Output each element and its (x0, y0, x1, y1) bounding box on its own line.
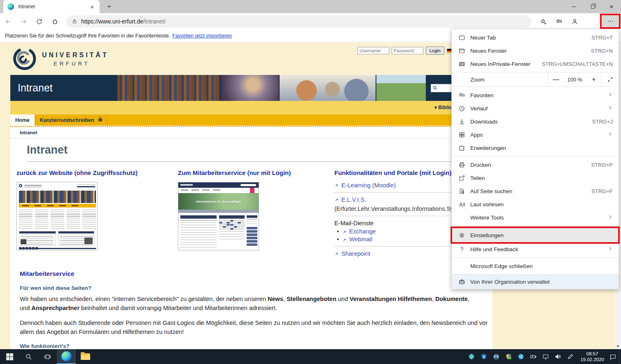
site-tab-home[interactable]: Home (10, 114, 35, 126)
refresh-icon[interactable] (33, 15, 45, 28)
menu-item-auf-seite-suchen[interactable]: Auf Seite suchenSTRG+F (452, 184, 619, 198)
menu-item-apps[interactable]: Apps (452, 128, 619, 141)
profile-icon[interactable] (568, 15, 581, 28)
username-field[interactable] (357, 47, 389, 54)
file-explorer-icon[interactable] (76, 349, 95, 364)
menu-item-weitere-tools[interactable]: Weitere Tools (452, 211, 619, 224)
taskbar-clock[interactable]: 08:57 19.02.2020 (580, 351, 604, 362)
site-tab-kanzlerrundschreiben[interactable]: Kanzlerrundschreiben (35, 114, 107, 126)
column-heading: zurück zur Website (ohne Zugriffsschutz) (16, 169, 178, 176)
menu-item-neues-inprivate-fenster[interactable]: Neues InPrivate-FensterSTRG+UMSCHALTTAST… (452, 57, 619, 70)
banner-photo-outdoor (376, 75, 426, 101)
breadcrumb[interactable]: Intranet (10, 127, 493, 138)
find-icon (458, 188, 465, 195)
menu-item-microsoft-edge-schließen[interactable]: Microsoft Edge schließen (452, 259, 619, 273)
menu-item-neues-fenster[interactable]: Neues FensterSTRG+N (452, 44, 619, 57)
menu-item-verlauf[interactable]: Verlauf (452, 102, 619, 115)
chevron-right-icon (607, 246, 613, 252)
lock-icon (98, 119, 102, 121)
address-bar[interactable]: https://www.uni-erfurt.de/intranet/ (66, 15, 531, 28)
menu-item-favoriten[interactable]: Favoriten (452, 89, 619, 102)
close-button[interactable]: × (602, 0, 621, 13)
intranet-banner: Intranet (10, 75, 493, 101)
share-circle-icon[interactable] (517, 353, 524, 360)
zoom-in-button[interactable]: + (586, 76, 601, 83)
page-content: Intranet Intranet zurück zur Website (oh… (10, 127, 493, 349)
forward-icon[interactable] (17, 15, 30, 28)
menu-item-hilfe-und-feedback[interactable]: Hilfe und Feedback (452, 243, 619, 256)
favorites-icon (458, 92, 465, 99)
show-desktop-button[interactable] (619, 349, 621, 364)
banner-photos (117, 75, 426, 101)
more-menu-button[interactable] (602, 15, 619, 27)
tab-close-icon[interactable]: × (89, 3, 96, 10)
restore-button[interactable] (583, 0, 602, 13)
menu-item-teilen[interactable]: Teilen (452, 171, 619, 184)
battery-icon[interactable] (530, 353, 537, 360)
new-tab-button[interactable]: + (104, 2, 114, 12)
question-icon (458, 246, 465, 253)
lock-icon (72, 19, 77, 24)
action-center-icon[interactable] (607, 353, 619, 360)
apps-icon (458, 131, 465, 138)
minimize-button[interactable] (564, 0, 583, 13)
read-aloud-icon (458, 201, 465, 208)
site-tabs: Home Kanzlerrundschreiben (10, 114, 493, 126)
notice-text: Platzieren Sie für den Schnellzugriff Ih… (5, 33, 170, 39)
quicklink-strip: ▾ Biblio (10, 101, 493, 114)
university-logo[interactable]: UNIVERSITÄT ERFURT (12, 47, 109, 71)
taskbar-search-icon[interactable] (19, 349, 38, 364)
scroll-down-arrow-icon[interactable]: ▼ (615, 344, 621, 348)
page-title: Intranet (27, 144, 476, 162)
speaker-icon[interactable] (554, 353, 561, 360)
share-icon (458, 175, 465, 182)
pen-icon[interactable] (567, 353, 574, 360)
mitarbeiterservice-thumbnail[interactable]: Informationen für Beschäftigte (178, 182, 259, 250)
favorites-list-icon[interactable] (553, 15, 565, 28)
zoom-value: 100 % (563, 77, 586, 83)
add-favorite-icon[interactable] (537, 15, 549, 28)
svg-text:S: S (483, 355, 485, 358)
back-icon[interactable] (2, 15, 14, 28)
home-icon[interactable] (49, 15, 61, 28)
menu-item-neuer-tab[interactable]: Neuer TabSTRG+T (452, 31, 619, 44)
zoom-out-button[interactable]: — (549, 76, 563, 83)
managed-by-organisation-banner[interactable]: Von Ihrer Organisation verwaltet (452, 274, 619, 289)
start-icon[interactable] (0, 349, 19, 364)
fullscreen-icon[interactable] (601, 72, 619, 87)
chevron-right-icon (607, 92, 613, 98)
login-button[interactable]: Login (426, 47, 444, 55)
network-globe-icon[interactable] (468, 353, 475, 360)
url-text: https://www.uni-erfurt.de/intranet/ (81, 18, 166, 25)
defender-shield-icon[interactable] (505, 353, 512, 360)
system-tray: S (468, 353, 578, 360)
menu-item-laut-vorlesen[interactable]: Laut vorlesen (452, 198, 619, 211)
old-website-thumbnail[interactable] (16, 182, 98, 250)
brand-text: UNIVERSITÄT ERFURT (42, 51, 109, 67)
antivirus-shield-icon[interactable]: S (480, 353, 487, 360)
password-field[interactable] (392, 47, 423, 54)
edge-icon[interactable] (57, 349, 76, 364)
search-icon (432, 85, 438, 91)
zoom-row: Zoom — 100 % + (452, 72, 619, 87)
browser-tab[interactable]: Intranet × (3, 0, 100, 13)
bibliothek-quicklink[interactable]: ▾ Biblio (434, 105, 452, 110)
banner-photo-reading (221, 75, 279, 101)
menu-item-einstellungen[interactable]: Einstellungen (452, 228, 619, 243)
import-favorites-link[interactable]: Favoriten jetzt importieren (172, 33, 232, 39)
edge-browser-window: Intranet × + × https://www.uni-erfurt.de… (0, 0, 621, 364)
banner-title: Intranet (10, 75, 117, 101)
menu-item-erweiterungen[interactable]: Erweiterungen (452, 141, 619, 154)
menu-item-drucken[interactable]: DruckenSTRG+P (452, 158, 619, 171)
history-icon (458, 105, 465, 112)
menu-item-downloads[interactable]: DownloadsSTRG+J (452, 115, 619, 128)
tray-printer-icon[interactable] (493, 353, 500, 360)
ethernet-display-icon[interactable] (542, 353, 549, 360)
subheading: Wie funktioniert's? (20, 343, 489, 349)
task-view-icon[interactable] (38, 349, 57, 364)
extensions-icon (458, 145, 465, 152)
browser-toolbar: https://www.uni-erfurt.de/intranet/ (0, 13, 621, 30)
download-icon (458, 118, 465, 125)
inprivate-icon (458, 61, 465, 68)
column-heading: Zum Mitarbeiterservice (nur mit Login) (178, 169, 334, 176)
